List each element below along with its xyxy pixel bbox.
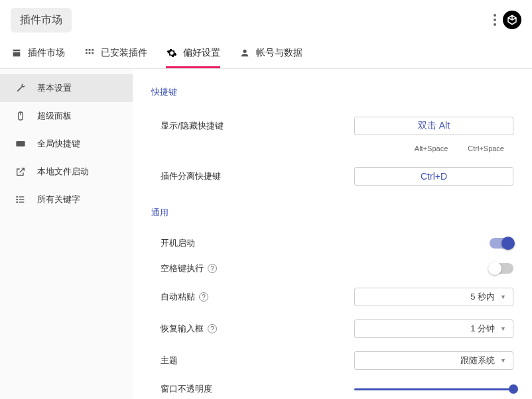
tab-label: 偏好设置 [183, 47, 220, 59]
svg-point-13 [17, 196, 17, 197]
space-toggle[interactable] [490, 263, 513, 274]
tab-preferences[interactable]: 偏好设置 [166, 40, 220, 68]
keyboard-icon [15, 138, 27, 150]
tab-label: 帐号与数据 [256, 47, 302, 59]
sidebar-item-keywords[interactable]: 所有关键字 [0, 186, 133, 213]
svg-rect-0 [86, 49, 88, 51]
show-hide-label: 显示/隐藏快捷键 [161, 120, 224, 132]
help-icon[interactable]: ? [208, 264, 217, 273]
theme-label: 主题 [161, 355, 178, 367]
svg-rect-9 [16, 141, 25, 146]
tab-label: 已安装插件 [101, 47, 147, 59]
restore-label: 恢复输入框 ? [161, 323, 217, 335]
svg-point-14 [17, 199, 17, 200]
svg-rect-1 [89, 49, 91, 51]
content-panel: 快捷键 显示/隐藏快捷键 双击 Alt Alt+Space Ctrl+Space… [133, 69, 532, 399]
detach-label: 插件分离快捷键 [161, 170, 221, 182]
svg-point-6 [243, 50, 246, 53]
sidebar-item-hotkey[interactable]: 全局快捷键 [0, 130, 133, 158]
boot-label: 开机启动 [161, 237, 195, 249]
hint-ctrl-space[interactable]: Ctrl+Space [468, 144, 504, 152]
gear-icon [166, 47, 178, 59]
restore-select[interactable]: 1 分钟▼ [354, 319, 513, 338]
sidebar-item-label: 全局快捷键 [37, 138, 80, 150]
chevron-down-icon: ▼ [500, 357, 506, 364]
launch-icon [15, 166, 27, 178]
help-icon[interactable]: ? [208, 324, 217, 333]
svg-rect-4 [89, 52, 91, 54]
app-logo[interactable] [503, 11, 521, 29]
svg-point-15 [17, 201, 17, 202]
chevron-down-icon: ▼ [500, 325, 506, 332]
chevron-down-icon: ▼ [500, 294, 506, 300]
sidebar-item-label: 所有关键字 [37, 194, 80, 205]
boot-toggle[interactable] [490, 238, 513, 249]
autopaste-label: 自动粘贴 ? [161, 291, 208, 303]
opacity-slider[interactable] [354, 388, 513, 390]
theme-select[interactable]: 跟随系统▼ [354, 351, 513, 370]
menu-dots-icon[interactable] [494, 14, 496, 26]
sidebar-item-label: 超级面板 [37, 110, 72, 122]
svg-rect-3 [86, 52, 88, 54]
autopaste-select[interactable]: 5 秒内▼ [354, 288, 513, 306]
grid-icon [84, 47, 96, 59]
detach-hotkey-button[interactable]: Ctrl+D [354, 167, 513, 186]
sidebar-item-panel[interactable]: 超级面板 [0, 102, 133, 130]
tab-installed[interactable]: 已安装插件 [84, 40, 147, 68]
mouse-icon [15, 110, 27, 122]
help-icon[interactable]: ? [199, 292, 208, 302]
search-pill[interactable]: 插件市场 [11, 8, 72, 32]
user-icon [239, 47, 251, 59]
svg-rect-2 [92, 49, 94, 51]
tab-market[interactable]: 插件市场 [11, 40, 65, 68]
sidebar-item-label: 本地文件启动 [37, 166, 89, 178]
sidebar-item-label: 基本设置 [37, 82, 72, 94]
section-title-shortcut: 快捷键 [151, 86, 513, 98]
section-title-general: 通用 [151, 207, 513, 219]
hint-alt-space[interactable]: Alt+Space [415, 144, 448, 152]
svg-rect-5 [92, 52, 94, 54]
sidebar-item-localfile[interactable]: 本地文件启动 [0, 158, 133, 186]
store-icon [11, 47, 23, 59]
list-icon [15, 194, 27, 205]
wrench-icon [15, 82, 27, 94]
show-hide-hotkey-button[interactable]: 双击 Alt [354, 117, 513, 135]
opacity-label: 窗口不透明度 [161, 383, 212, 395]
tab-account[interactable]: 帐号与数据 [239, 40, 302, 68]
sidebar: 基本设置 超级面板 全局快捷键 本地文件启动 所有关键字 [0, 69, 133, 399]
sidebar-item-basic[interactable]: 基本设置 [0, 74, 133, 102]
space-label: 空格键执行 ? [161, 262, 217, 274]
tab-label: 插件市场 [28, 47, 65, 59]
